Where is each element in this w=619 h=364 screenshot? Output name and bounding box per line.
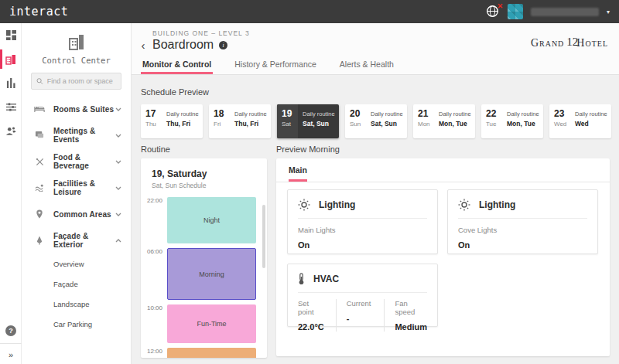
day-card-23[interactable]: 23Wed Daily routineWed xyxy=(549,104,611,138)
day-card-19-selected[interactable]: 19Sat Daily routineSat, Sun xyxy=(277,104,339,138)
avatar[interactable] xyxy=(508,4,523,19)
thermometer-icon xyxy=(298,273,305,285)
day-card-17[interactable]: 17Thu Daily routineThu, Fri xyxy=(141,104,203,138)
language-globe-button[interactable]: ✕ xyxy=(486,5,500,19)
leisure-icon xyxy=(32,184,46,192)
tab-alerts-health[interactable]: Alerts & Health xyxy=(338,55,395,74)
back-button[interactable]: ‹ xyxy=(138,39,149,52)
sidebar-item-meetings-events[interactable]: Meetings & Events xyxy=(22,122,131,148)
day-date: 23 xyxy=(554,109,570,119)
globe-alert-badge: ✕ xyxy=(497,2,503,10)
routine-block-night[interactable]: Night xyxy=(167,197,256,243)
room-search[interactable] xyxy=(31,73,121,90)
preview-tab-row: Main xyxy=(276,158,610,182)
tab-monitor-control[interactable]: Monitor & Control xyxy=(141,55,213,74)
card-title: Lighting xyxy=(319,199,355,210)
routine-heading: Routine xyxy=(141,145,170,154)
rail-analytics-button[interactable] xyxy=(0,71,22,95)
map-pin-icon xyxy=(32,209,46,219)
day-card-18[interactable]: 18Fri Daily routineThu, Fri xyxy=(209,104,271,138)
day-pattern: Wed xyxy=(575,120,610,128)
rail-dashboard-button[interactable] xyxy=(0,23,22,47)
day-pattern: Sat, Sun xyxy=(303,120,337,128)
sidebar-item-facilities-leisure[interactable]: Facilities & Leisure xyxy=(22,175,131,201)
schedule-preview-heading: Schedule Preview xyxy=(141,87,209,97)
day-card-21[interactable]: 21Mon Daily routineMon, Tue xyxy=(413,104,475,138)
lighting-card-main[interactable]: Lighting Main Lights On xyxy=(287,189,438,254)
sidebar-item-rooms-suites[interactable]: Rooms & Suites xyxy=(22,96,131,122)
hvac-col-label: Current xyxy=(347,299,374,308)
sidebar: Control Center Rooms & Suites Meetings &… xyxy=(22,23,132,364)
lighting-card-cove[interactable]: Lighting Cove Lights On xyxy=(447,189,598,254)
day-pattern: Mon, Tue xyxy=(507,120,542,128)
hvac-card[interactable]: HVAC Set point 22.0°C Current - xyxy=(287,264,438,327)
day-card-22[interactable]: 22Tue Daily routineMon, Tue xyxy=(481,104,543,138)
page-tabs: Monitor & Control History & Performance … xyxy=(141,55,395,74)
cutlery-icon xyxy=(32,158,46,166)
buildings-icon xyxy=(5,54,16,65)
timeline-scrollbar[interactable] xyxy=(262,205,265,268)
tab-history-performance[interactable]: History & Performance xyxy=(233,55,318,74)
rail-spaces-button[interactable] xyxy=(0,47,22,71)
control-center-icon xyxy=(67,32,86,51)
chevron-up-icon xyxy=(115,239,121,243)
rail-divider xyxy=(0,343,22,344)
timeline-time: 12:00 xyxy=(147,348,167,355)
day-card-20[interactable]: 20Sun Daily routineSat, Sun xyxy=(345,104,407,138)
day-card-row: 17Thu Daily routineThu, Fri 18Fri Daily … xyxy=(141,104,611,138)
icon-rail: ? » xyxy=(0,23,22,364)
routine-block-label: Morning xyxy=(199,270,224,278)
rail-users-button[interactable] xyxy=(0,119,22,143)
help-icon: ? xyxy=(5,325,16,336)
sidebar-subitem-landscape[interactable]: Landscape xyxy=(22,294,131,314)
day-abbr: Sat xyxy=(282,121,298,128)
users-icon xyxy=(5,126,16,136)
help-button[interactable]: ? xyxy=(0,320,22,342)
sidebar-item-label: Façade & Exterior xyxy=(53,232,115,249)
info-icon[interactable]: i xyxy=(219,41,227,49)
sidebar-subitem-car-parking[interactable]: Car Parking xyxy=(22,314,131,334)
hvac-col-value: 22.0°C xyxy=(298,322,326,332)
day-routine-label: Daily routine xyxy=(371,111,405,117)
day-pattern: Sat, Sun xyxy=(371,120,405,128)
sidebar-item-label: Common Areas xyxy=(53,210,115,219)
main-area: BUILDING ONE – LEVEL 3 ‹ Boardroomi Gran… xyxy=(132,23,619,364)
sidebar-subitem-facade[interactable]: Façade xyxy=(22,274,131,294)
control-center-app: interact ✕ ▾ xyxy=(0,0,619,364)
routine-block-afternoon[interactable] xyxy=(167,348,256,358)
search-input[interactable] xyxy=(47,77,116,85)
user-menu-caret[interactable]: ▾ xyxy=(607,9,610,15)
routine-block-fun-time[interactable]: Fun-Time xyxy=(167,304,256,343)
day-abbr: Thu xyxy=(145,121,162,128)
top-bar: interact ✕ ▾ xyxy=(0,0,619,23)
light-name: Main Lights xyxy=(298,226,427,234)
sidebar-item-food-beverage[interactable]: Food & Beverage xyxy=(22,148,131,175)
sidebar-item-common-areas[interactable]: Common Areas xyxy=(22,201,131,227)
card-title: HVAC xyxy=(313,274,339,284)
routine-block-morning[interactable]: Morning xyxy=(167,248,256,300)
sidebar-subitem-overview[interactable]: Overview xyxy=(22,253,131,274)
search-icon xyxy=(36,77,43,85)
day-pattern: Thu, Fri xyxy=(234,120,269,128)
routine-block-label: Fun-Time xyxy=(197,320,226,328)
light-state: On xyxy=(298,240,427,250)
chevron-down-icon xyxy=(115,213,121,216)
day-date: 19 xyxy=(282,109,298,119)
chevron-down-icon xyxy=(115,186,121,190)
sidebar-item-label: Food & Beverage xyxy=(53,153,115,170)
rail-settings-button[interactable] xyxy=(0,95,22,119)
day-abbr: Fri xyxy=(214,121,230,128)
expand-sidebar-button[interactable]: » xyxy=(0,345,22,364)
sliders-icon xyxy=(6,102,16,112)
day-date: 17 xyxy=(145,109,162,119)
hvac-col-label: Set point xyxy=(298,299,326,316)
day-routine-label: Daily routine xyxy=(303,111,337,117)
sidebar-item-facade-exterior[interactable]: Façade & Exterior xyxy=(22,227,131,253)
day-pattern: Mon, Tue xyxy=(439,120,474,128)
presentation-icon xyxy=(32,131,46,140)
sidebar-item-label: Rooms & Suites xyxy=(53,105,115,114)
tab-main[interactable]: Main xyxy=(289,158,307,182)
day-routine-label: Daily routine xyxy=(234,111,269,117)
timeline-time: 22:00 xyxy=(147,197,167,204)
card-title: Lighting xyxy=(479,199,515,210)
